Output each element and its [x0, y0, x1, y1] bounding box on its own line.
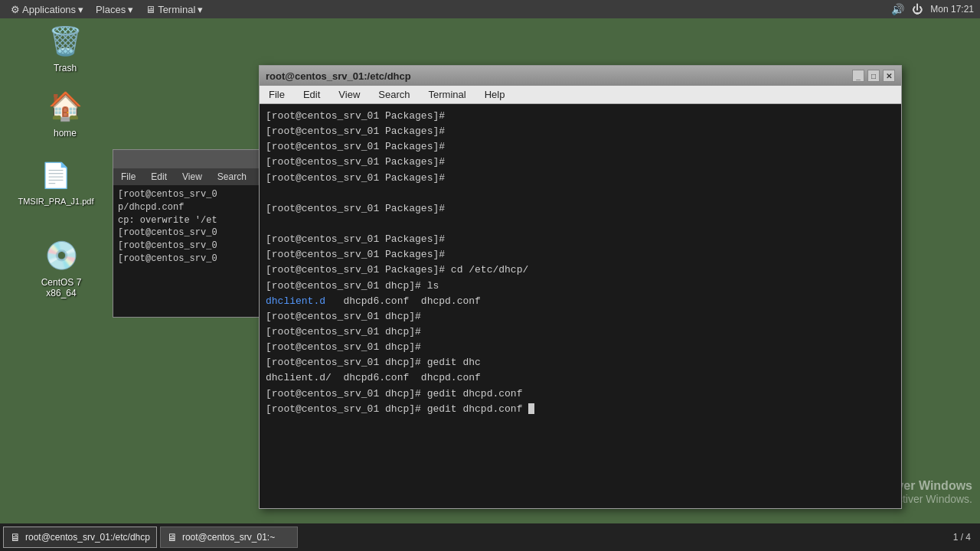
- terminal-cursor: [528, 403, 534, 414]
- bg-menu-search[interactable]: Search: [214, 171, 250, 182]
- term-line-autocomplete: dhclient.d/ dhcpd6.conf dhcpd.conf: [266, 370, 895, 386]
- trash-label: Trash: [54, 63, 77, 73]
- main-terminal-menubar: File Edit View Search Terminal Help: [260, 86, 901, 104]
- document-icon: 📄: [38, 157, 74, 194]
- term-line-3: [root@centos_srv_01 Packages]#: [266, 139, 895, 155]
- dhclient-link: dhclient.d: [266, 295, 325, 307]
- taskbar-terminal2-label: root@centos_srv_01:~: [182, 532, 275, 543]
- term-line-blank1: [266, 186, 895, 201]
- menu-file[interactable]: File: [266, 89, 288, 100]
- menu-edit[interactable]: Edit: [300, 89, 323, 100]
- applications-arrow: ▾: [78, 4, 83, 15]
- term-line-10: [root@centos_srv_01 dhcp]#: [266, 324, 895, 340]
- applications-icon: ⚙: [11, 4, 20, 15]
- taskbar-terminal1-label: root@centos_srv_01:/etc/dhcp: [25, 532, 150, 543]
- taskbar-right: 1 / 4: [953, 532, 977, 543]
- desktop-icon-trash[interactable]: 🗑️ Trash: [31, 23, 100, 73]
- menu-help[interactable]: Help: [482, 89, 508, 100]
- maximize-button[interactable]: □: [867, 70, 880, 82]
- term-line-cursor: [root@centos_srv_01 dhcp]# gedit dhcpd.c…: [266, 402, 895, 417]
- desktop-icon-document[interactable]: 📄 TMSIR_PRA_J1.pdf: [21, 157, 90, 206]
- taskbar: 🖥 root@centos_srv_01:/etc/dhcp 🖥 root@ce…: [0, 523, 980, 551]
- places-label: Places: [96, 4, 126, 15]
- cdrom-icon: 💿: [43, 237, 80, 274]
- term-line-4: [root@centos_srv_01 Packages]#: [266, 155, 895, 170]
- bg-menu-view[interactable]: View: [179, 171, 205, 182]
- term-line-1: [root@centos_srv_01 Packages]#: [266, 109, 895, 124]
- close-button[interactable]: ✕: [883, 70, 895, 82]
- cdrom-label: CentOS 7 x86_64: [27, 277, 96, 298]
- taskbar-left: 🖥 root@centos_srv_01:/etc/dhcp 🖥 root@ce…: [3, 527, 298, 548]
- window-controls: _ □ ✕: [852, 70, 895, 82]
- term-line-2: [root@centos_srv_01 Packages]#: [266, 124, 895, 139]
- bg-menu-edit[interactable]: Edit: [148, 171, 170, 182]
- datetime-label: Mon 17:21: [930, 4, 974, 15]
- topbar-right: 🔊 ⏻ Mon 17:21: [891, 3, 974, 15]
- terminal-label: Terminal: [158, 4, 195, 15]
- term-line-8: [root@centos_srv_01 Packages]#: [266, 247, 895, 262]
- main-terminal-body[interactable]: [root@centos_srv_01 Packages]# [root@cen…: [260, 104, 901, 508]
- term-line-6: [root@centos_srv_01 Packages]#: [266, 201, 895, 217]
- term-line-ls-result: dhclient.d dhcpd6.conf dhcpd.conf: [266, 294, 895, 309]
- term-line-7: [root@centos_srv_01 Packages]#: [266, 232, 895, 247]
- applications-label: Applications: [22, 4, 76, 15]
- bg-menu-file[interactable]: File: [118, 171, 139, 182]
- taskbar-terminal2[interactable]: 🖥 root@centos_srv_01:~: [160, 527, 298, 548]
- terminal-icon: 🖥: [145, 4, 155, 15]
- places-arrow: ▾: [128, 4, 133, 15]
- terminal-arrow: ▾: [198, 4, 203, 15]
- term-line-9: [root@centos_srv_01 dhcp]#: [266, 309, 895, 324]
- term-line-blank2: [266, 217, 895, 232]
- trash-icon: 🗑️: [47, 23, 83, 60]
- taskbar-terminal2-icon: 🖥: [167, 531, 178, 543]
- topbar-left: ⚙ Applications ▾ Places ▾ 🖥 Terminal ▾: [6, 4, 207, 15]
- terminal-menu[interactable]: 🖥 Terminal ▾: [141, 4, 207, 15]
- desktop-icon-home[interactable]: 🏠 home: [31, 88, 100, 139]
- term-line-11: [root@centos_srv_01 dhcp]#: [266, 340, 895, 355]
- document-label: TMSIR_PRA_J1.pdf: [18, 197, 93, 206]
- desktop-icon-cdrom[interactable]: 💿 CentOS 7 x86_64: [27, 237, 96, 298]
- applications-menu[interactable]: ⚙ Applications ▾: [6, 4, 88, 15]
- term-line-gedit2: [root@centos_srv_01 dhcp]# gedit dhcpd.c…: [266, 386, 895, 402]
- term-line-gedit1: [root@centos_srv_01 dhcp]# gedit dhc: [266, 355, 895, 370]
- main-terminal-titlebar: root@centos_srv_01:/etc/dhcp _ □ ✕: [260, 66, 901, 86]
- term-line-ls: [root@centos_srv_01 dhcp]# ls: [266, 279, 895, 294]
- power-icon[interactable]: ⏻: [912, 3, 923, 15]
- page-indicator: 1 / 4: [953, 532, 971, 543]
- home-label: home: [54, 128, 77, 139]
- term-line-cd: [root@centos_srv_01 Packages]# cd /etc/d…: [266, 262, 895, 278]
- minimize-button[interactable]: _: [852, 70, 864, 82]
- menu-view[interactable]: View: [335, 89, 363, 100]
- taskbar-terminal1-icon: 🖥: [10, 531, 21, 543]
- menu-search[interactable]: Search: [375, 89, 413, 100]
- topbar: ⚙ Applications ▾ Places ▾ 🖥 Terminal ▾ 🔊…: [0, 0, 980, 18]
- taskbar-terminal1[interactable]: 🖥 root@centos_srv_01:/etc/dhcp: [3, 527, 157, 548]
- main-terminal-window: root@centos_srv_01:/etc/dhcp _ □ ✕ File …: [259, 65, 902, 509]
- main-terminal-title: root@centos_srv_01:/etc/dhcp: [266, 70, 411, 82]
- places-menu[interactable]: Places ▾: [91, 4, 138, 15]
- home-icon: 🏠: [47, 88, 83, 125]
- term-line-5: [root@centos_srv_01 Packages]#: [266, 171, 895, 186]
- volume-icon[interactable]: 🔊: [891, 3, 904, 15]
- menu-terminal[interactable]: Terminal: [426, 89, 469, 100]
